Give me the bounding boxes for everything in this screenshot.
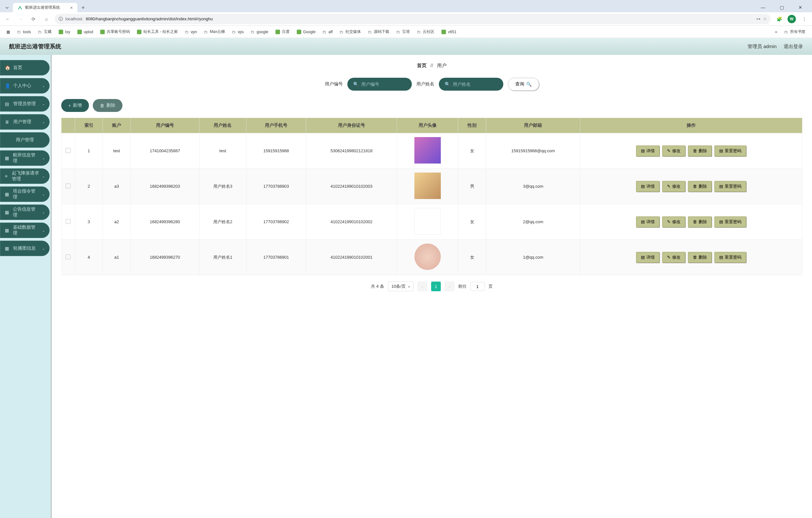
new-tab-button[interactable]: + <box>79 3 88 12</box>
bookmark-item[interactable]: uplod <box>75 28 96 35</box>
bookmark-item[interactable]: 🗀vps <box>229 28 246 35</box>
sidebar-item-6[interactable]: ≡起飞降落请求管理⌄ <box>0 168 50 184</box>
sidebar-item-10[interactable]: ▦轮播图信息⌄ <box>0 241 50 256</box>
bookmark-item[interactable]: 🗀google <box>248 28 271 35</box>
edit-button[interactable]: ✎修改 <box>662 145 685 157</box>
page-jump-input[interactable] <box>470 282 485 291</box>
edit-button[interactable]: ✎修改 <box>662 252 685 263</box>
tab-dropdown[interactable] <box>3 3 11 12</box>
query-button[interactable]: 查询 🔍 <box>508 78 539 91</box>
row-checkbox[interactable] <box>66 148 70 153</box>
menu-button[interactable]: ⋮ <box>800 15 809 24</box>
link-icon <box>100 30 105 34</box>
window-controls: — ▢ ✕ <box>757 3 809 12</box>
detail-button[interactable]: ▤详情 <box>636 145 660 157</box>
minimize-button[interactable]: — <box>757 3 770 12</box>
sidebar-item-7[interactable]: ▦塔台指令管理⌄ <box>0 186 50 202</box>
bookmark-item[interactable]: txy <box>56 28 72 35</box>
sidebar-item-1[interactable]: 👤个人中心⌄ <box>0 78 50 93</box>
grid-icon: ▦ <box>5 210 10 215</box>
logout-link[interactable]: 退出登录 <box>784 44 803 50</box>
chevron-down-icon: ⌄ <box>42 84 45 88</box>
bookmark-item[interactable]: 🗀宝藏 <box>35 28 54 36</box>
url-path: 8080/hangbanjinchugangguanlixitong/admin… <box>86 17 213 21</box>
row-checkbox[interactable] <box>66 184 70 188</box>
bookmark-item[interactable]: 🗀vpn <box>182 28 199 35</box>
detail-button[interactable]: ▤详情 <box>636 216 660 227</box>
bookmark-item[interactable]: 🗀tools <box>14 28 33 35</box>
browser-tab-active[interactable]: 航班进出港管理系统 × <box>13 3 77 12</box>
sidebar-item-3[interactable]: 🖥用户管理⌄ <box>0 114 50 130</box>
bookmarks-overflow[interactable]: » <box>772 28 780 35</box>
search-icon: 🔍 <box>353 82 359 87</box>
profile-avatar[interactable]: W <box>787 15 796 23</box>
bookmark-item[interactable]: 百度 <box>273 28 292 36</box>
close-icon[interactable]: × <box>70 5 73 10</box>
reload-button[interactable]: ⟳ <box>29 15 38 24</box>
add-button[interactable]: + 新增 <box>61 99 89 112</box>
detail-button[interactable]: ▤详情 <box>636 252 660 263</box>
action-row: + 新增 🗑 删除 <box>61 99 802 112</box>
delete-button[interactable]: 🗑 删除 <box>93 99 122 112</box>
bookmark-item[interactable]: 🗀宝塔 <box>394 28 412 36</box>
row-delete-button[interactable]: 🗑删除 <box>688 145 712 157</box>
detail-button[interactable]: ▤详情 <box>636 181 660 192</box>
sidebar-item-5[interactable]: ▦航班信息管理⌄ <box>0 150 50 166</box>
row-checkbox[interactable] <box>66 219 70 224</box>
page-size-select[interactable]: 10条/页 ⌄ <box>388 281 414 291</box>
url-bar[interactable]: ⓘ localhost:8080/hangbanjinchugangguanli… <box>55 14 771 24</box>
sidebar-item-0[interactable]: 🏠首页 <box>0 60 50 76</box>
bookmark-bar: ▦ 🗀tools🗀宝藏txyuplod共享账号密码站长工具 - 站长之家🗀vpn… <box>0 26 812 38</box>
bookmark-item[interactable]: 🗀源码下载 <box>366 28 392 36</box>
sidebar-item-2[interactable]: ▤管理员管理⌄ <box>0 96 50 112</box>
bookmark-star-icon[interactable]: ☆ <box>763 17 767 21</box>
bookmark-item[interactable]: 🗀云社区 <box>414 28 437 36</box>
apps-button[interactable]: ▦ <box>4 28 12 35</box>
admin-label[interactable]: 管理员 admin <box>748 44 777 50</box>
reset-password-button[interactable]: ▤重置密码 <box>714 216 746 227</box>
search-input-user-no[interactable] <box>361 82 417 87</box>
row-delete-button[interactable]: 🗑删除 <box>688 216 712 227</box>
apps-icon: ▦ <box>6 30 10 34</box>
cell-gender: 男 <box>458 169 486 204</box>
bookmark-label: uplod <box>84 30 93 34</box>
forward-button[interactable]: → <box>16 15 25 24</box>
bookmark-item[interactable]: Google <box>294 28 318 35</box>
password-icon[interactable]: ⊶ <box>756 17 760 21</box>
edit-button[interactable]: ✎修改 <box>662 181 685 192</box>
breadcrumb-home[interactable]: 首页 <box>417 62 427 68</box>
close-button[interactable]: ✕ <box>794 3 807 12</box>
bookmark-item[interactable]: 🗀aff <box>320 28 335 35</box>
search-input-user-name[interactable] <box>453 82 509 87</box>
select-all-checkbox[interactable] <box>66 122 70 128</box>
reset-password-button[interactable]: ▤重置密码 <box>714 181 746 192</box>
bookmark-label: google <box>257 30 268 34</box>
back-button[interactable]: ← <box>3 15 12 24</box>
bookmark-item[interactable]: 🗀社交媒体 <box>337 28 364 36</box>
page-number-active[interactable]: 1 <box>431 281 441 291</box>
row-delete-button[interactable]: 🗑删除 <box>688 181 712 192</box>
maximize-button[interactable]: ▢ <box>775 3 788 12</box>
bookmark-item[interactable]: v651 <box>439 28 459 35</box>
table-row: 4a11682499396270用户姓名11770378690141022419… <box>62 240 802 275</box>
reset-password-button[interactable]: ▤重置密码 <box>714 145 746 157</box>
extensions-button[interactable]: 🧩 <box>775 15 784 24</box>
cell-ops: ▤详情✎修改🗑删除▤重置密码 <box>580 133 802 169</box>
home-button[interactable]: ⌂ <box>42 15 51 24</box>
bookmark-item[interactable]: 站长工具 - 站长之家 <box>134 28 180 36</box>
sidebar-item-4[interactable]: 用户管理 <box>0 132 50 148</box>
info-icon[interactable]: ⓘ <box>59 16 63 22</box>
row-checkbox[interactable] <box>66 254 70 259</box>
all-bookmarks[interactable]: 🗀 所有书签 <box>782 28 808 36</box>
sidebar-item-9[interactable]: ▦基础数据管理⌄ <box>0 222 50 238</box>
trash-icon: 🗑 <box>693 255 697 260</box>
edit-button[interactable]: ✎修改 <box>662 216 685 227</box>
chevron-down-icon: ⌄ <box>407 283 411 288</box>
bookmark-item[interactable]: 🗀Max云梯 <box>201 28 228 36</box>
row-delete-button[interactable]: 🗑删除 <box>688 252 712 263</box>
bookmark-item[interactable]: 共享账号密码 <box>98 28 133 36</box>
reset-password-button[interactable]: ▤重置密码 <box>714 252 746 263</box>
prev-page-button[interactable]: ‹ <box>417 281 427 291</box>
sidebar-item-8[interactable]: ▦公告信息管理⌄ <box>0 205 50 220</box>
next-page-button[interactable]: › <box>445 281 454 291</box>
